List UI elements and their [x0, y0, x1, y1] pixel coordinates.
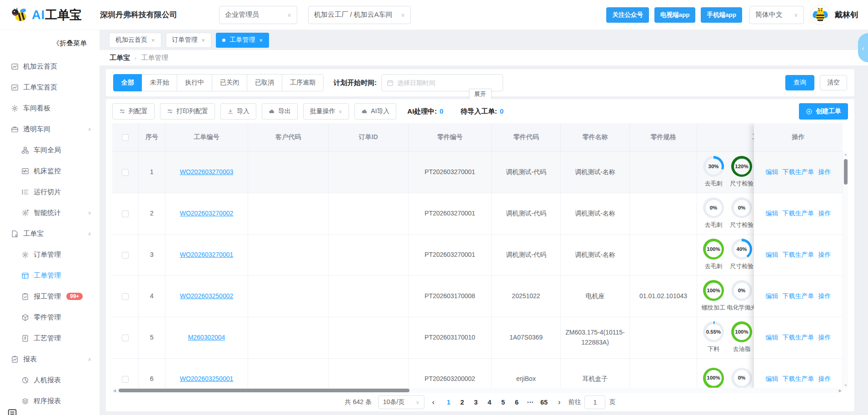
- batch-actions-button[interactable]: 批量操作 ∨: [303, 103, 349, 120]
- sidebar-item-工单宝[interactable]: 工单宝∧: [0, 223, 100, 244]
- download-production-order-link[interactable]: 下载生产单: [783, 334, 814, 342]
- row-actions-link[interactable]: 操作: [818, 168, 831, 176]
- page-number-3[interactable]: 3: [469, 395, 482, 409]
- scroll-right-arrow-icon[interactable]: ▶: [839, 388, 842, 393]
- username[interactable]: 戴林钊: [835, 10, 858, 20]
- work-order-link[interactable]: WO202603250001: [180, 374, 234, 384]
- role-select[interactable]: 企业管理员 ∨: [219, 6, 297, 24]
- sidebar-item-订单管理[interactable]: 订单管理: [0, 244, 100, 265]
- page-number-65[interactable]: 65: [538, 395, 550, 409]
- vertical-scrollbar-thumb[interactable]: [844, 159, 848, 185]
- sidebar-item-车间看板[interactable]: 车间看板: [0, 98, 100, 119]
- factory-select[interactable]: 机加云工厂 / 机加云A车间 ∨: [308, 6, 411, 24]
- page-number-1[interactable]: 1: [442, 395, 455, 409]
- edit-link[interactable]: 编辑: [766, 210, 778, 218]
- work-order-link[interactable]: WO202603270002: [180, 209, 234, 219]
- expand-filters-button[interactable]: 展开: [469, 89, 492, 100]
- vertical-scrollbar[interactable]: ▲ ▼: [843, 152, 848, 388]
- tab-工单管理[interactable]: 工单管理×: [216, 33, 269, 48]
- status-filter-未开始[interactable]: 未开始: [142, 74, 177, 91]
- row-checkbox[interactable]: [122, 293, 129, 300]
- sidebar-item-透明车间[interactable]: 透明车间∧: [0, 119, 100, 140]
- status-filter-工序逾期[interactable]: 工序逾期: [282, 74, 324, 91]
- status-filter-执行中[interactable]: 执行中: [177, 74, 212, 91]
- tab-机加云首页[interactable]: 机加云首页×: [109, 33, 161, 48]
- scroll-up-arrow-icon[interactable]: ▲: [843, 153, 848, 156]
- next-page-button[interactable]: ›: [557, 398, 562, 406]
- collapse-menu-button[interactable]: 《折叠菜单: [0, 35, 100, 51]
- tab-订单管理[interactable]: 订单管理×: [166, 33, 212, 48]
- download-production-order-link[interactable]: 下载生产单: [783, 375, 814, 383]
- sidebar-item-工单管理[interactable]: 工单管理: [0, 265, 100, 286]
- status-filter-全部[interactable]: 全部: [113, 74, 142, 91]
- collapse-panel-handle[interactable]: ‹: [858, 33, 868, 62]
- close-icon[interactable]: ×: [259, 37, 263, 44]
- import-button[interactable]: 导入: [220, 103, 256, 120]
- print-config-button[interactable]: 打印列配置: [160, 103, 215, 120]
- edit-link[interactable]: 编辑: [766, 168, 778, 176]
- sidebar-item-人机报表[interactable]: 人机报表: [0, 370, 100, 390]
- query-button[interactable]: 查询: [785, 75, 814, 90]
- page-number-4[interactable]: 4: [483, 395, 496, 409]
- page-number-5[interactable]: 5: [497, 395, 509, 409]
- ai-import-button[interactable]: AI导入: [354, 103, 396, 120]
- page-number-6[interactable]: 6: [510, 395, 523, 409]
- scroll-left-arrow-icon[interactable]: ◀: [113, 388, 116, 393]
- sidebar-item-运行切片[interactable]: 运行切片: [0, 181, 100, 202]
- row-checkbox[interactable]: [122, 252, 129, 259]
- tv-app-button[interactable]: 电视端app: [654, 7, 696, 23]
- language-select[interactable]: 简体中文 ∨: [749, 6, 804, 24]
- horizontal-scrollbar[interactable]: ◀ ▶: [112, 388, 843, 393]
- avatar[interactable]: [810, 5, 830, 25]
- close-icon[interactable]: ×: [151, 37, 155, 44]
- status-filter-已取消[interactable]: 已取消: [247, 74, 282, 91]
- page-size-select[interactable]: 10条/页 ∨: [378, 395, 424, 409]
- row-checkbox[interactable]: [122, 376, 129, 383]
- sidebar-item-机加云首页[interactable]: 机加云首页: [0, 56, 100, 77]
- sidebar-item-报工管理[interactable]: 报工管理99+: [0, 286, 100, 307]
- sidebar-item-机床监控[interactable]: 机床监控: [0, 160, 100, 181]
- download-production-order-link[interactable]: 下载生产单: [783, 168, 814, 176]
- horizontal-scrollbar-thumb[interactable]: [119, 389, 409, 392]
- column-config-button[interactable]: 列配置: [112, 103, 155, 120]
- sidebar-item-零件管理[interactable]: 零件管理: [0, 307, 100, 328]
- date-input[interactable]: [397, 79, 498, 86]
- clear-button[interactable]: 清空: [820, 75, 847, 90]
- work-order-link[interactable]: WO202603270001: [180, 250, 234, 260]
- page-number-2[interactable]: 2: [456, 395, 469, 409]
- close-icon[interactable]: ×: [202, 37, 205, 44]
- mobile-app-button[interactable]: 手机端app: [701, 7, 742, 23]
- work-order-link[interactable]: M260302004: [188, 333, 225, 343]
- row-checkbox[interactable]: [122, 169, 129, 176]
- export-button[interactable]: 导出: [262, 103, 298, 120]
- sidebar-item-工单宝首页[interactable]: 工单宝首页: [0, 77, 100, 98]
- scroll-down-arrow-icon[interactable]: ▼: [843, 384, 848, 387]
- edit-link[interactable]: 编辑: [766, 251, 778, 259]
- row-actions-link[interactable]: 操作: [818, 292, 831, 300]
- sidebar-item-车间全局[interactable]: 车间全局: [0, 140, 100, 160]
- download-production-order-link[interactable]: 下载生产单: [783, 251, 814, 259]
- row-actions-link[interactable]: 操作: [818, 375, 831, 383]
- row-actions-link[interactable]: 操作: [818, 251, 831, 259]
- select-all-checkbox[interactable]: [122, 134, 129, 141]
- download-production-order-link[interactable]: 下载生产单: [783, 210, 814, 218]
- create-work-order-button[interactable]: 创建工单: [799, 103, 848, 120]
- sidebar-item-工艺管理[interactable]: 工艺管理: [0, 328, 100, 349]
- download-production-order-link[interactable]: 下载生产单: [783, 292, 814, 300]
- edit-link[interactable]: 编辑: [766, 334, 778, 342]
- row-actions-link[interactable]: 操作: [818, 334, 831, 342]
- work-order-link[interactable]: WO202603270003: [180, 167, 234, 177]
- row-actions-link[interactable]: 操作: [818, 210, 831, 218]
- jump-page-input[interactable]: [584, 395, 605, 409]
- prev-page-button[interactable]: ‹: [431, 398, 436, 406]
- row-checkbox[interactable]: [122, 210, 129, 217]
- row-checkbox[interactable]: [122, 335, 129, 341]
- status-filter-已关闭[interactable]: 已关闭: [212, 74, 247, 91]
- app-logo[interactable]: AI工单宝: [10, 6, 82, 24]
- sidebar-item-智能统计[interactable]: 智能统计∨: [0, 202, 100, 223]
- work-order-link[interactable]: WO202603250002: [180, 291, 234, 301]
- follow-account-button[interactable]: 关注公众号: [606, 7, 649, 23]
- edit-link[interactable]: 编辑: [766, 292, 778, 300]
- breadcrumb-root[interactable]: 工单宝: [110, 54, 130, 62]
- edit-link[interactable]: 编辑: [766, 375, 778, 383]
